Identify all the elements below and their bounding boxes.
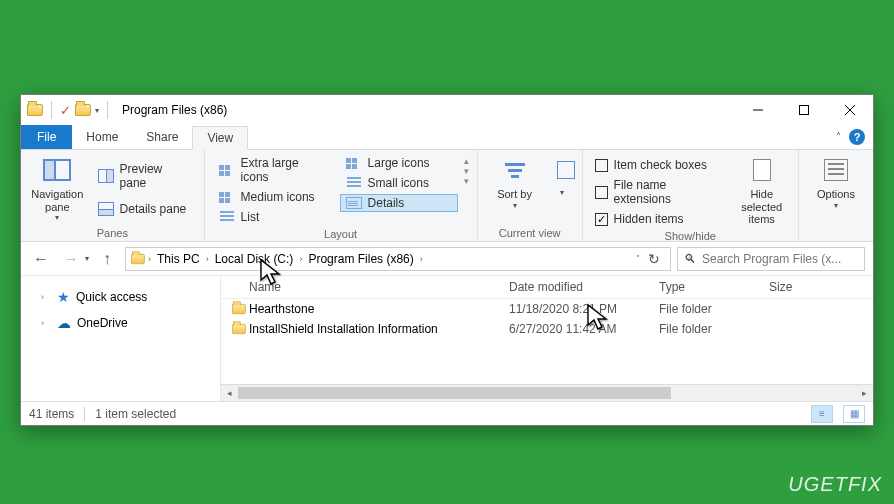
layout-large[interactable]: Large icons <box>340 154 458 172</box>
file-rows: Hearthstone 11/18/2020 8:21 PM File fold… <box>221 299 873 384</box>
scroll-right-icon[interactable]: ▸ <box>856 388 873 398</box>
address-dropdown[interactable]: ˅ <box>636 254 640 263</box>
quick-access-toolbar: ✓ ▾ <box>27 101 112 119</box>
refresh-button[interactable]: ↻ <box>642 251 666 267</box>
sidebar-onedrive[interactable]: › ☁ OneDrive <box>25 310 216 336</box>
sidebar-onedrive-label: OneDrive <box>77 316 128 330</box>
properties-icon[interactable]: ✓ <box>60 103 71 118</box>
search-box[interactable]: 🔍︎ Search Program Files (x... <box>677 247 865 271</box>
chevron-right-icon[interactable]: › <box>299 254 302 264</box>
layout-scroll-down[interactable]: ▾ <box>464 166 469 176</box>
layout-expand[interactable]: ▾ <box>464 176 469 186</box>
folder-icon <box>229 303 249 315</box>
back-button[interactable]: ← <box>29 247 53 271</box>
navigation-pane-button[interactable]: Navigation pane ▾ <box>29 154 86 222</box>
columns-icon <box>557 161 575 179</box>
help-icon[interactable]: ? <box>849 129 865 145</box>
address-bar[interactable]: › This PC › Local Disk (C:) › Program Fi… <box>125 247 671 271</box>
layout-scroll-up[interactable]: ▴ <box>464 156 469 166</box>
column-type[interactable]: Type <box>659 280 769 294</box>
qat-separator <box>51 101 52 119</box>
home-tab[interactable]: Home <box>72 125 132 149</box>
scroll-left-icon[interactable]: ◂ <box>221 388 238 398</box>
file-tab[interactable]: File <box>21 125 72 149</box>
scroll-thumb[interactable] <box>238 387 671 399</box>
sidebar-quick-access[interactable]: › ★ Quick access <box>25 284 216 310</box>
grid-icon <box>346 157 362 169</box>
thumbnails-view-button[interactable]: ▦ <box>843 405 865 423</box>
sort-by-label: Sort by <box>486 188 544 201</box>
status-item-count: 41 items <box>29 407 74 421</box>
chevron-right-icon[interactable]: › <box>41 318 51 328</box>
chevron-right-icon[interactable]: › <box>420 254 423 264</box>
panes-group-label: Panes <box>29 225 196 239</box>
svg-rect-1 <box>800 106 809 115</box>
history-dropdown[interactable]: ▾ <box>85 254 89 263</box>
hidden-items-toggle[interactable]: ✓Hidden items <box>591 210 728 228</box>
row-name: Hearthstone <box>249 302 509 316</box>
scroll-track[interactable] <box>238 385 856 401</box>
sidebar-quick-access-label: Quick access <box>76 290 147 304</box>
layout-details[interactable]: Details <box>340 194 458 212</box>
details-view-button[interactable]: ≡ <box>811 405 833 423</box>
preview-pane-icon <box>98 169 114 183</box>
hide-items-icon <box>749 158 775 182</box>
row-type: File folder <box>659 322 769 336</box>
status-bar: 41 items 1 item selected ≡ ▦ <box>21 401 873 425</box>
layout-list[interactable]: List <box>213 208 334 226</box>
titlebar: ✓ ▾ Program Files (x86) <box>21 95 873 125</box>
navigation-sidebar: › ★ Quick access › ☁ OneDrive <box>21 276 221 401</box>
list-icon <box>219 211 235 223</box>
view-tab[interactable]: View <box>192 126 248 150</box>
chevron-right-icon[interactable]: › <box>148 254 151 264</box>
qat-customize-caret[interactable]: ▾ <box>95 106 99 115</box>
hide-selected-button[interactable]: Hide selected items <box>733 154 790 226</box>
folder-icon <box>131 253 145 263</box>
horizontal-scrollbar[interactable]: ◂ ▸ <box>221 384 873 401</box>
navigation-pane-label: Navigation pane <box>29 188 86 213</box>
up-button[interactable]: ↑ <box>95 247 119 271</box>
column-size[interactable]: Size <box>769 280 873 294</box>
sort-by-button[interactable]: Sort by ▾ <box>486 154 544 210</box>
checkbox-icon <box>595 159 608 172</box>
layout-medium[interactable]: Medium icons <box>213 188 334 206</box>
ribbon-group-panes: Navigation pane ▾ Preview pane Details p… <box>21 150 205 241</box>
share-tab[interactable]: Share <box>132 125 192 149</box>
breadcrumb-program-files[interactable]: Program Files (x86) <box>304 252 417 266</box>
forward-button[interactable]: → <box>59 247 83 271</box>
column-modified[interactable]: Date modified <box>509 280 659 294</box>
ribbon-group-current-view: Sort by ▾ ▾ Current view <box>478 150 583 241</box>
small-icons-icon <box>346 177 362 189</box>
navigation-pane-icon <box>43 159 71 181</box>
breadcrumb-this-pc[interactable]: This PC <box>153 252 204 266</box>
close-button[interactable] <box>827 95 873 125</box>
layout-extra-large[interactable]: Extra large icons <box>213 154 334 186</box>
table-row[interactable]: Hearthstone 11/18/2020 8:21 PM File fold… <box>221 299 873 319</box>
layout-small[interactable]: Small icons <box>340 174 458 192</box>
ribbon-group-show-hide: Item check boxes File name extensions ✓H… <box>583 150 799 241</box>
preview-pane-button[interactable]: Preview pane <box>92 158 196 194</box>
folder-icon <box>229 323 249 335</box>
table-row[interactable]: InstallShield Installation Information 6… <box>221 319 873 339</box>
file-name-extensions-toggle[interactable]: File name extensions <box>591 176 728 208</box>
chevron-right-icon[interactable]: › <box>206 254 209 264</box>
row-modified: 6/27/2020 11:42 AM <box>509 322 659 336</box>
group-by-button[interactable]: ▾ <box>550 154 574 197</box>
maximize-button[interactable] <box>781 95 827 125</box>
ribbon-minimize-icon[interactable]: ˄ <box>836 131 841 142</box>
details-pane-button[interactable]: Details pane <box>92 198 196 220</box>
options-button[interactable]: Options ▾ <box>807 154 865 210</box>
item-check-boxes-toggle[interactable]: Item check boxes <box>591 156 728 174</box>
column-name[interactable]: Name <box>249 280 509 294</box>
minimize-button[interactable] <box>735 95 781 125</box>
grid-icon <box>219 164 235 176</box>
options-label: Options <box>807 188 865 201</box>
grid-icon <box>219 191 235 203</box>
star-icon: ★ <box>57 289 70 305</box>
checkbox-icon <box>595 186 608 199</box>
breadcrumb-local-disk[interactable]: Local Disk (C:) <box>211 252 298 266</box>
chevron-right-icon[interactable]: › <box>41 292 51 302</box>
new-folder-icon[interactable] <box>75 104 91 116</box>
ribbon-group-options: Options ▾ <box>799 150 873 241</box>
window-controls <box>735 95 873 125</box>
